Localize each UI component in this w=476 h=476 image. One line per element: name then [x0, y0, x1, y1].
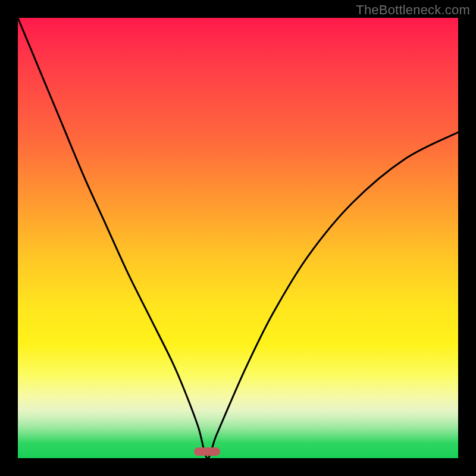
confidence-marker [194, 447, 220, 456]
bottleneck-curve [18, 18, 458, 458]
watermark-label: TheBottleneck.com [356, 2, 470, 18]
plot-area [18, 18, 458, 458]
chart-frame: TheBottleneck.com [0, 0, 476, 476]
